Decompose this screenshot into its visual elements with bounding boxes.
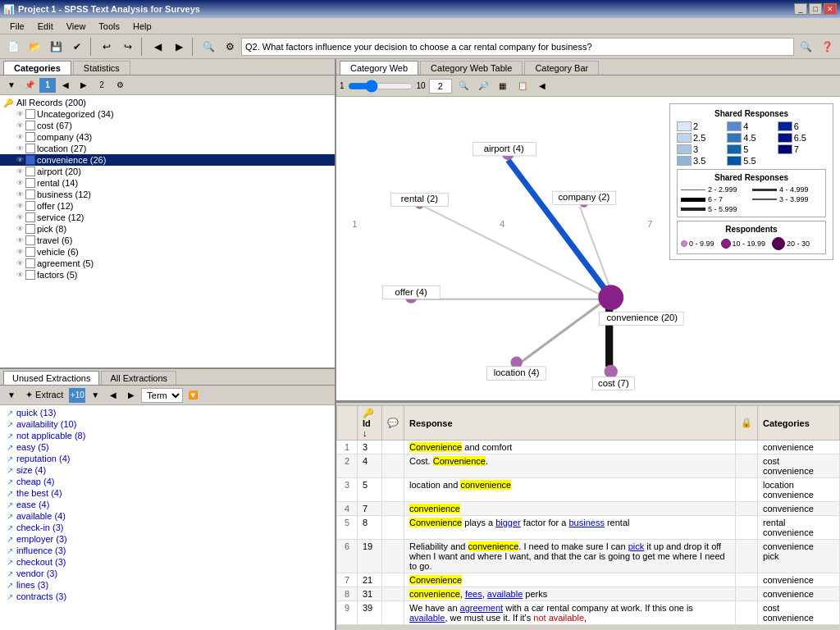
tree-item-vehicle[interactable]: 👁 vehicle (6) (0, 246, 335, 258)
zoom-button[interactable]: 🔍 (199, 38, 218, 56)
extract-item-ease[interactable]: ↗ ease (4) (0, 499, 335, 510)
link-availability[interactable]: availability (10) (16, 419, 76, 429)
menu-file[interactable]: File (3, 21, 31, 32)
check-rental[interactable] (25, 178, 35, 188)
web-slider[interactable] (348, 80, 413, 92)
back-button[interactable]: ◀ (148, 38, 167, 56)
tree-item-location[interactable]: 👁 location (27) (0, 143, 335, 154)
web-back-btn[interactable]: ◀ (534, 79, 550, 94)
extract-next-btn[interactable]: ▶ (123, 388, 139, 403)
web-grid-btn[interactable]: ▦ (495, 79, 511, 94)
check-offer[interactable] (25, 201, 35, 211)
link-influence[interactable]: influence (3) (16, 546, 66, 555)
close-button[interactable]: ✕ (824, 3, 837, 15)
tree-item-offer[interactable]: 👁 offer (12) (0, 200, 335, 212)
tree-item-convenience[interactable]: 👁 convenience (26) (0, 154, 335, 166)
extract-item-cheap[interactable]: ↗ cheap (4) (0, 476, 335, 487)
link-size[interactable]: size (4) (16, 465, 46, 475)
menu-view[interactable]: View (60, 21, 93, 32)
link-quick[interactable]: quick (13) (16, 408, 56, 418)
tree-item-business[interactable]: 👁 business (12) (0, 189, 335, 200)
open-button[interactable]: 📂 (25, 38, 44, 56)
tab-unused-extractions[interactable]: Unused Extractions (3, 371, 99, 385)
extract-num-btn[interactable]: +10 (69, 388, 85, 403)
link-available[interactable]: available (4) (16, 511, 66, 521)
cat-config-btn[interactable]: ⚙ (112, 78, 128, 93)
term-select[interactable]: Term Type Role (141, 388, 183, 403)
check-convenience[interactable] (25, 155, 35, 165)
tree-item-agreement[interactable]: 👁 agreement (5) (0, 258, 335, 269)
response-table-scroll[interactable]: 🔑 Id ↓ 💬 Response 🔒 Categories (336, 405, 840, 630)
minimize-button[interactable]: _ (794, 3, 807, 15)
web-table-btn[interactable]: 📋 (514, 79, 531, 94)
node-convenience[interactable] (598, 285, 623, 310)
settings-button[interactable]: ⚙ (220, 38, 240, 56)
extract-item-the-best[interactable]: ↗ the best (4) (0, 487, 335, 499)
check-company[interactable] (25, 132, 35, 142)
menu-help[interactable]: Help (126, 21, 158, 32)
cat-num-btn[interactable]: 1 (39, 78, 56, 93)
link-check-in[interactable]: check-in (3) (16, 523, 63, 532)
col-id[interactable]: 🔑 Id ↓ (358, 406, 382, 441)
tree-root[interactable]: 🔑 All Records (200) (0, 97, 335, 108)
search-button[interactable]: 🔍 (796, 38, 815, 56)
col-categories[interactable]: Categories (758, 406, 840, 441)
tab-all-extractions[interactable]: All Extractions (101, 371, 176, 385)
tree-item-company[interactable]: 👁 company (43) (0, 131, 335, 143)
check-cost[interactable] (25, 121, 35, 130)
undo-button[interactable]: ↩ (97, 38, 116, 56)
tree-item-airport[interactable]: 👁 airport (20) (0, 166, 335, 177)
link-cheap[interactable]: cheap (4) (16, 477, 54, 486)
link-reputation[interactable]: reputation (4) (16, 454, 70, 463)
tab-category-web-table[interactable]: Category Web Table (420, 61, 523, 75)
node-cost[interactable] (605, 365, 618, 378)
tree-item-pick[interactable]: 👁 pick (8) (0, 223, 335, 235)
extract-btn[interactable]: ✦ Extract (21, 388, 67, 403)
extract-menu-btn[interactable]: ▼ (3, 388, 20, 403)
check-pick[interactable] (25, 224, 35, 234)
extract-item-check-in[interactable]: ↗ check-in (3) (0, 522, 335, 533)
link-not-applicable[interactable]: not applicable (8) (16, 431, 85, 441)
forward-button[interactable]: ▶ (169, 38, 189, 56)
extract-item-quick[interactable]: ↗ quick (13) (0, 407, 335, 418)
extract-item-availability[interactable]: ↗ availability (10) (0, 418, 335, 430)
web-zoom-out[interactable]: 🔎 (475, 79, 491, 94)
link-checkout[interactable]: checkout (3) (16, 557, 66, 567)
extract-item-not-applicable[interactable]: ↗ not applicable (8) (0, 430, 335, 441)
extract-item-employer[interactable]: ↗ employer (3) (0, 533, 335, 545)
tab-category-web[interactable]: Category Web (340, 61, 418, 75)
cat-menu-btn[interactable]: ▼ (3, 78, 20, 93)
maximize-button[interactable]: □ (809, 3, 822, 15)
extract-item-easy[interactable]: ↗ easy (5) (0, 441, 335, 453)
extract-prev-btn[interactable]: ◀ (105, 388, 121, 403)
link-ease[interactable]: ease (4) (16, 500, 49, 509)
link-lines[interactable]: lines (3) (16, 580, 48, 590)
col-response[interactable]: Response (404, 406, 736, 441)
cat-pin-btn[interactable]: 📌 (21, 78, 38, 93)
extract-item-available[interactable]: ↗ available (4) (0, 510, 335, 522)
extract-item-vendor[interactable]: ↗ vendor (3) (0, 568, 335, 579)
extract-item-lines[interactable]: ↗ lines (3) (0, 579, 335, 591)
query-input[interactable] (241, 38, 794, 56)
link-employer[interactable]: employer (3) (16, 534, 67, 544)
tree-item-rental[interactable]: 👁 rental (14) (0, 177, 335, 189)
extract-item-influence[interactable]: ↗ influence (3) (0, 545, 335, 556)
cat-num2-btn[interactable]: 2 (94, 78, 110, 93)
save-button[interactable]: 💾 (46, 38, 66, 56)
check-uncategorized[interactable] (25, 109, 35, 119)
check-service[interactable] (25, 212, 35, 222)
extract-filter2-btn[interactable]: 🔽 (185, 388, 201, 403)
tab-categories[interactable]: Categories (3, 61, 71, 75)
check-location[interactable] (25, 144, 35, 153)
cat-prev-btn[interactable]: ◀ (57, 78, 74, 93)
cat-next-btn[interactable]: ▶ (75, 78, 92, 93)
window-controls[interactable]: _ □ ✕ (794, 3, 837, 15)
redo-button[interactable]: ↪ (118, 38, 138, 56)
web-num-input[interactable] (429, 79, 452, 94)
extract-item-size[interactable]: ↗ size (4) (0, 464, 335, 476)
tree-item-factors[interactable]: 👁 factors (5) (0, 269, 335, 281)
link-easy[interactable]: easy (5) (16, 442, 49, 452)
tree-item-cost[interactable]: 👁 cost (67) (0, 120, 335, 131)
extract-item-reputation[interactable]: ↗ reputation (4) (0, 453, 335, 464)
menu-edit[interactable]: Edit (31, 21, 60, 32)
